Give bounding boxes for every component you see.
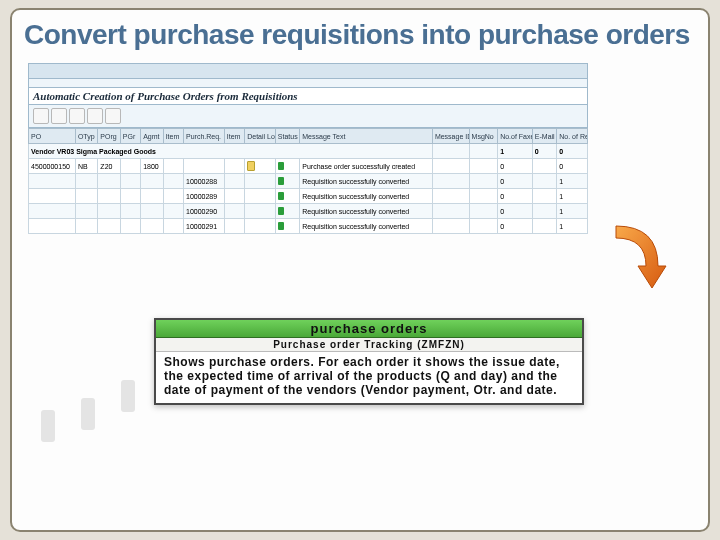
cell <box>432 189 469 204</box>
cell <box>245 189 276 204</box>
col-msgid: Message ID <box>432 129 469 144</box>
vendor-nreq: 0 <box>557 144 588 159</box>
slide-title: Convert purchase requisitions into purch… <box>24 20 696 49</box>
cell <box>224 174 244 189</box>
cell <box>245 204 276 219</box>
table-row: 10000290Requisition successfully convert… <box>29 204 588 219</box>
sap-toolbar <box>28 105 588 128</box>
cell: 1 <box>557 189 588 204</box>
col-item-a: Item <box>163 129 183 144</box>
slide-frame: Convert purchase requisitions into purch… <box>10 8 710 532</box>
cell: 4500000150 <box>29 159 76 174</box>
cell: 0 <box>498 159 533 174</box>
cell <box>120 159 140 174</box>
toolbar-btn-4[interactable] <box>87 108 103 124</box>
cell <box>532 219 556 234</box>
sap-window-title: Automatic Creation of Purchase Orders fr… <box>28 88 588 105</box>
cell <box>224 204 244 219</box>
callout-subtitle: Purchase order Tracking (ZMFZN) <box>156 338 582 352</box>
table-row: 10000289Requisition successfully convert… <box>29 189 588 204</box>
cell <box>29 219 76 234</box>
cell <box>120 189 140 204</box>
sap-window: Automatic Creation of Purchase Orders fr… <box>28 63 588 234</box>
sap-result-table: PO OTyp POrg PGr Agmt Item Purch.Req. It… <box>28 128 588 234</box>
col-purchreq: Purch.Req. <box>184 129 225 144</box>
cell <box>29 204 76 219</box>
cell <box>275 189 299 204</box>
cell <box>141 189 163 204</box>
cell <box>163 219 183 234</box>
cell <box>275 174 299 189</box>
cell: 10000289 <box>184 189 225 204</box>
col-po: PO <box>29 129 76 144</box>
cell: 10000291 <box>184 219 225 234</box>
cell <box>469 159 498 174</box>
cell: Purchase order successfully created <box>300 159 433 174</box>
cell <box>532 189 556 204</box>
cell <box>141 219 163 234</box>
table-row: 4500000150NBZ201800Purchase order succes… <box>29 159 588 174</box>
cell <box>98 189 120 204</box>
cell <box>120 219 140 234</box>
cell: Z20 <box>98 159 120 174</box>
cell <box>184 159 225 174</box>
col-faxes: No.of Faxes <box>498 129 533 144</box>
col-pgr: PGr <box>120 129 140 144</box>
status-success-icon <box>278 222 284 230</box>
cell <box>245 219 276 234</box>
cell <box>163 204 183 219</box>
cell <box>275 204 299 219</box>
table-row: 10000291Requisition successfully convert… <box>29 219 588 234</box>
cell <box>98 219 120 234</box>
toolbar-btn-3[interactable] <box>69 108 85 124</box>
vendor-faxes: 1 <box>498 144 533 159</box>
cell <box>224 159 244 174</box>
toolbar-btn-1[interactable] <box>33 108 49 124</box>
arrow-graphic <box>608 220 668 300</box>
cell <box>75 189 97 204</box>
cell <box>532 204 556 219</box>
cell <box>245 159 276 174</box>
cell <box>432 219 469 234</box>
background-shapes <box>37 370 147 460</box>
cell: Requisition successfully converted <box>300 219 433 234</box>
col-agmt: Agmt <box>141 129 163 144</box>
vendor-email: 0 <box>532 144 556 159</box>
status-success-icon <box>278 162 284 170</box>
sap-header-bar <box>28 63 588 79</box>
cell: 0 <box>498 204 533 219</box>
vendor-cell <box>432 144 469 159</box>
cell <box>120 204 140 219</box>
cell <box>469 174 498 189</box>
cell: 0 <box>557 159 588 174</box>
col-item-b: Item <box>224 129 244 144</box>
cell <box>98 204 120 219</box>
status-success-icon <box>278 177 284 185</box>
cell <box>75 219 97 234</box>
cell: 0 <box>498 189 533 204</box>
toolbar-btn-2[interactable] <box>51 108 67 124</box>
vendor-label: Vendor VR03 Sigma Packaged Goods <box>29 144 433 159</box>
cell: 1 <box>557 204 588 219</box>
detail-log-icon <box>247 161 255 171</box>
col-otyp: OTyp <box>75 129 97 144</box>
cell <box>532 159 556 174</box>
col-nreq: No. of Requ. <box>557 129 588 144</box>
cell <box>163 174 183 189</box>
cell: Requisition successfully converted <box>300 204 433 219</box>
cell <box>29 174 76 189</box>
toolbar-btn-5[interactable] <box>105 108 121 124</box>
cell <box>224 219 244 234</box>
cell <box>432 159 469 174</box>
cell: 0 <box>498 219 533 234</box>
cell <box>245 174 276 189</box>
col-porg: POrg <box>98 129 120 144</box>
cell: 1 <box>557 219 588 234</box>
cell: Requisition successfully converted <box>300 174 433 189</box>
status-success-icon <box>278 207 284 215</box>
col-msgno: MsgNo <box>469 129 498 144</box>
callout-box: purchase orders Purchase order Tracking … <box>154 318 584 405</box>
cell <box>141 204 163 219</box>
vendor-cell <box>469 144 498 159</box>
cell: 10000290 <box>184 204 225 219</box>
